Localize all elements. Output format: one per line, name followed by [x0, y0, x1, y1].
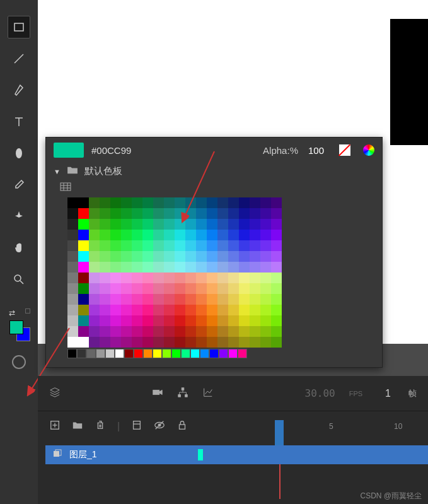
- swatch-cell[interactable]: [132, 197, 142, 208]
- swatch-cell[interactable]: [67, 315, 78, 326]
- swatch-cell[interactable]: [196, 326, 207, 337]
- swatch-cell[interactable]: [271, 337, 282, 348]
- swatch-cell[interactable]: [153, 326, 164, 337]
- swatch-cell[interactable]: [260, 251, 271, 262]
- swatch-cell[interactable]: [67, 326, 78, 337]
- swatch-cell[interactable]: [171, 349, 181, 358]
- swatch-cell[interactable]: [228, 197, 239, 208]
- swatch-cell[interactable]: [250, 315, 260, 326]
- swatch-cell[interactable]: [175, 315, 185, 326]
- swatch-cell[interactable]: [239, 230, 250, 240]
- swatch-cell[interactable]: [196, 219, 207, 230]
- swatch-cell[interactable]: [207, 337, 217, 348]
- layer-name[interactable]: 图层_1: [69, 449, 97, 460]
- swatch-cell[interactable]: [250, 230, 260, 240]
- swatch-cell[interactable]: [196, 273, 207, 283]
- swatch-cell[interactable]: [132, 315, 142, 326]
- foreground-color[interactable]: [9, 320, 23, 334]
- color-wheel-icon[interactable]: [363, 144, 374, 156]
- swatch-cell[interactable]: [207, 230, 217, 240]
- swatch-cell[interactable]: [89, 219, 100, 230]
- swatch-cell[interactable]: [175, 208, 185, 219]
- swatch-cell[interactable]: [185, 326, 196, 337]
- swatch-cell[interactable]: [271, 283, 282, 294]
- add-keyframe-icon[interactable]: [49, 419, 61, 433]
- swatch-cell[interactable]: [271, 315, 282, 326]
- swatch-cell[interactable]: [78, 262, 89, 273]
- swatch-cell[interactable]: [228, 219, 239, 230]
- swatch-cell[interactable]: [175, 262, 185, 273]
- swatch-cell[interactable]: [181, 349, 190, 358]
- swatch-cell[interactable]: [164, 251, 175, 262]
- swatch-cell[interactable]: [175, 251, 185, 262]
- swatch-cell[interactable]: [78, 326, 89, 337]
- swatch-cell[interactable]: [239, 197, 250, 208]
- swatch-cell[interactable]: [78, 197, 89, 208]
- swatch-cell[interactable]: [228, 208, 239, 219]
- swatch-cell[interactable]: [132, 208, 142, 219]
- swatch-cell[interactable]: [175, 240, 185, 251]
- swatch-cell[interactable]: [207, 283, 217, 294]
- swatch-cell[interactable]: [228, 349, 238, 358]
- alpha-value[interactable]: 100: [308, 145, 324, 156]
- swatch-cell[interactable]: [209, 349, 219, 358]
- swatch-cell[interactable]: [239, 262, 250, 273]
- swatch-cell[interactable]: [153, 294, 164, 305]
- swatch-cell[interactable]: [89, 283, 100, 294]
- swatch-cell[interactable]: [207, 197, 217, 208]
- swatch-cell[interactable]: [175, 197, 185, 208]
- swatch-cell[interactable]: [121, 262, 132, 273]
- camera-icon[interactable]: [152, 387, 163, 401]
- hex-value[interactable]: #00CC99: [91, 145, 255, 156]
- swatch-cell[interactable]: [100, 326, 110, 337]
- swatch-cell[interactable]: [185, 305, 196, 315]
- swatch-cell[interactable]: [153, 219, 164, 230]
- swatch-cell[interactable]: [250, 337, 260, 348]
- swatch-cell[interactable]: [67, 305, 78, 315]
- swatch-cell[interactable]: [78, 273, 89, 283]
- swatch-cell[interactable]: [100, 262, 110, 273]
- pen-tool[interactable]: [8, 79, 30, 102]
- swatch-cell[interactable]: [185, 230, 196, 240]
- swatch-cell[interactable]: [250, 251, 260, 262]
- swatch-cell[interactable]: [110, 273, 121, 283]
- swatch-cell[interactable]: [228, 273, 239, 283]
- swatch-cell[interactable]: [260, 197, 271, 208]
- swatch-cell[interactable]: [271, 273, 282, 283]
- swatch-cell[interactable]: [228, 240, 239, 251]
- swatch-cell[interactable]: [89, 305, 100, 315]
- swatch-cell[interactable]: [185, 240, 196, 251]
- swatch-cell[interactable]: [250, 273, 260, 283]
- swatch-cell[interactable]: [89, 315, 100, 326]
- swatch-cell[interactable]: [142, 240, 153, 251]
- swatch-cell[interactable]: [142, 273, 153, 283]
- swatch-cell[interactable]: [110, 219, 121, 230]
- swatch-cell[interactable]: [164, 230, 175, 240]
- no-color-icon[interactable]: [339, 144, 350, 156]
- swatch-cell[interactable]: [164, 315, 175, 326]
- palette-header[interactable]: ▼ 默认色板: [46, 163, 382, 180]
- swatch-cell[interactable]: [260, 230, 271, 240]
- swatch-cell[interactable]: [260, 208, 271, 219]
- swatch-cell[interactable]: [217, 251, 228, 262]
- swatch-cell[interactable]: [78, 315, 89, 326]
- swatch-cell[interactable]: [207, 219, 217, 230]
- swatch-cell[interactable]: [196, 251, 207, 262]
- swatch-cell[interactable]: [185, 294, 196, 305]
- layer-row[interactable]: 图层_1: [45, 445, 428, 464]
- swatch-cell[interactable]: [100, 208, 110, 219]
- swatch-cell[interactable]: [250, 197, 260, 208]
- swatch-cell[interactable]: [271, 294, 282, 305]
- swatch-view-icon[interactable]: [60, 182, 382, 194]
- swap-colors-icon[interactable]: ⇄: [9, 308, 15, 317]
- swatch-cell[interactable]: [110, 230, 121, 240]
- swatch-cell[interactable]: [164, 208, 175, 219]
- swatch-cell[interactable]: [100, 240, 110, 251]
- swatch-cell[interactable]: [217, 294, 228, 305]
- swatch-cell[interactable]: [142, 305, 153, 315]
- swatch-cell[interactable]: [196, 315, 207, 326]
- swatch-cell[interactable]: [100, 305, 110, 315]
- swatch-cell[interactable]: [142, 315, 153, 326]
- swatch-cell[interactable]: [89, 294, 100, 305]
- swatch-cell[interactable]: [110, 305, 121, 315]
